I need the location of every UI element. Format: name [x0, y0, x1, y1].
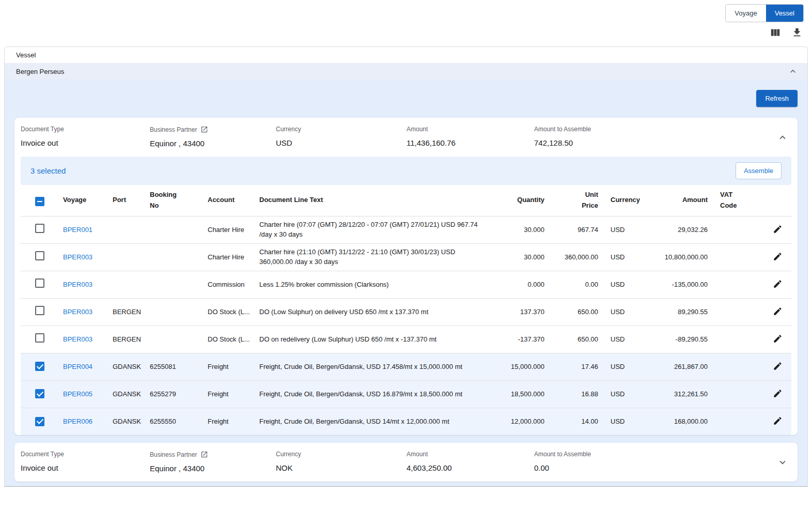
port-cell — [106, 271, 144, 298]
document-line-text-cell: Freight, Crude Oil, Bergen/Gdansk, USD 1… — [253, 380, 493, 408]
invoice-card-usd: Document Type Invoice out Business Partn… — [14, 118, 798, 435]
row-checkbox[interactable] — [35, 362, 44, 371]
expand-card-button[interactable] — [775, 455, 790, 470]
table-row[interactable]: BPER006 GDANSK 6255550 Freight Freight, … — [21, 408, 791, 435]
row-checkbox[interactable] — [35, 417, 44, 426]
header-currency: Currency — [604, 185, 650, 216]
chevron-up-icon[interactable] — [788, 66, 798, 76]
currency-cell: USD — [604, 271, 650, 298]
external-link-icon[interactable] — [200, 126, 208, 133]
table-row[interactable]: BPER005 GDANSK 6255279 Freight Freight, … — [21, 380, 791, 408]
header-booking-no: Booking No — [144, 185, 201, 216]
amount-cell: -89,290.55 — [650, 326, 714, 353]
vat-code-cell — [714, 243, 763, 271]
quantity-cell: 137.370 — [493, 298, 551, 326]
table-row[interactable]: BPER001 Charter Hire Charter hire (07:07… — [21, 216, 791, 243]
table-row[interactable]: BPER003 BERGEN DO Stock (L... DO (Low Su… — [21, 298, 791, 326]
edit-icon[interactable] — [772, 360, 784, 372]
voyage-link[interactable]: BPER003 — [63, 253, 92, 261]
row-checkbox[interactable] — [35, 224, 44, 233]
edit-icon[interactable] — [772, 415, 784, 427]
document-line-text-cell: Less 1.25% broker commission (Clarksons) — [253, 271, 493, 298]
unit-price-cell: 14.00 — [551, 408, 604, 435]
chevron-down-icon — [777, 457, 788, 468]
booking-no-cell: 6255279 — [144, 380, 201, 408]
table-row[interactable]: BPER003 Charter Hire Charter hire (21:10… — [21, 243, 791, 271]
collapse-card-button[interactable] — [775, 130, 790, 145]
row-checkbox[interactable] — [35, 389, 44, 398]
edit-icon[interactable] — [772, 251, 784, 262]
booking-no-cell — [144, 271, 201, 298]
table-row[interactable]: BPER004 GDANSK 6255081 Freight Freight, … — [21, 353, 791, 380]
unit-price-cell: 16.88 — [551, 380, 604, 408]
account-cell: DO Stock (L... — [201, 326, 253, 353]
field-label: Business Partner — [150, 126, 276, 133]
account-cell: Freight — [201, 408, 253, 435]
row-checkbox[interactable] — [35, 278, 44, 288]
vat-code-cell — [714, 380, 763, 408]
external-link-icon[interactable] — [200, 451, 208, 458]
field-value: USD — [276, 138, 407, 147]
amount-cell: 29,032.26 — [650, 216, 714, 243]
columns-icon[interactable] — [770, 27, 781, 38]
invoice-summary: Document Type Invoice out Business Partn… — [21, 118, 791, 157]
table-row[interactable]: BPER003 BERGEN DO Stock (L... DO on rede… — [21, 326, 791, 353]
edit-icon[interactable] — [772, 333, 784, 345]
document-lines-table: Voyage Port Booking No Account Document … — [21, 185, 791, 435]
header-amount: Amount — [650, 185, 714, 216]
assemble-button[interactable]: Assemble — [736, 162, 782, 179]
refresh-button[interactable]: Refresh — [756, 90, 798, 107]
main-panel: Vessel Bergen Perseus Refresh Document T… — [4, 47, 808, 487]
vat-code-cell — [714, 298, 763, 326]
vessel-section-header[interactable]: Bergen Perseus — [5, 63, 807, 80]
vat-code-cell — [714, 271, 763, 298]
amount-cell: 89,290.55 — [650, 298, 714, 326]
edit-icon[interactable] — [772, 388, 784, 399]
amount-cell: -135,000.00 — [650, 271, 714, 298]
voyage-link[interactable]: BPER006 — [63, 417, 92, 425]
field-label-text: Business Partner — [150, 126, 197, 133]
voyage-link[interactable]: BPER003 — [63, 281, 92, 288]
quantity-cell: -137.370 — [493, 326, 551, 353]
unit-price-cell: 650.00 — [551, 326, 604, 353]
voyage-link[interactable]: BPER005 — [63, 390, 92, 398]
field-currency: Currency NOK — [276, 451, 407, 472]
field-label: Document Type — [21, 126, 150, 133]
port-cell: GDANSK — [106, 353, 144, 380]
select-all-checkbox[interactable] — [35, 197, 44, 206]
top-bar: Voyage Vessel — [0, 0, 812, 47]
currency-cell: USD — [604, 326, 650, 353]
amount-cell: 10,800,000.00 — [650, 243, 714, 271]
port-cell: BERGEN — [106, 298, 144, 326]
amount-cell: 312,261.50 — [650, 380, 714, 408]
table-actions — [770, 27, 803, 38]
edit-icon[interactable] — [772, 278, 784, 290]
field-value: 11,436,160.76 — [407, 138, 534, 147]
header-voyage: Voyage — [57, 185, 106, 216]
field-value: Equinor , 43400 — [150, 464, 276, 473]
port-cell — [106, 216, 144, 243]
toggle-voyage-button[interactable]: Voyage — [726, 5, 766, 22]
toggle-vessel-button[interactable]: Vessel — [766, 5, 803, 22]
row-checkbox[interactable] — [35, 333, 44, 343]
download-icon[interactable] — [791, 27, 803, 38]
vessel-section-content: Refresh Document Type Invoice out Busine… — [5, 80, 807, 486]
edit-icon[interactable] — [772, 223, 784, 235]
unit-price-cell: 650.00 — [551, 298, 604, 326]
voyage-link[interactable]: BPER003 — [63, 335, 92, 343]
unit-price-cell: 0.00 — [551, 271, 604, 298]
field-label-text: Business Partner — [150, 451, 197, 458]
selection-toolbar: 3 selected Assemble — [21, 157, 791, 185]
voyage-link[interactable]: BPER004 — [63, 363, 92, 370]
row-checkbox[interactable] — [35, 251, 44, 260]
table-row[interactable]: BPER003 Commission Less 1.25% broker com… — [21, 271, 791, 298]
unit-price-cell: 967.74 — [551, 216, 604, 243]
account-cell: Charter Hire — [201, 243, 253, 271]
account-cell: DO Stock (L... — [201, 298, 253, 326]
header-unit-price: Unit Price — [551, 185, 604, 216]
row-checkbox[interactable] — [35, 306, 44, 315]
edit-icon[interactable] — [772, 305, 784, 317]
voyage-link[interactable]: BPER001 — [63, 226, 92, 234]
table-header-row: Voyage Port Booking No Account Document … — [21, 185, 791, 216]
voyage-link[interactable]: BPER003 — [63, 308, 92, 316]
